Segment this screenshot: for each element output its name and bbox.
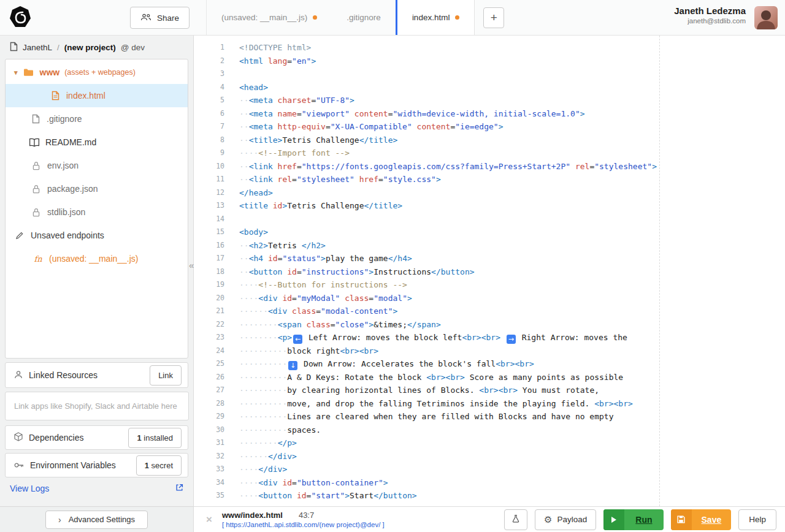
file-path[interactable]: www/index.html xyxy=(222,511,283,520)
lock-icon xyxy=(31,208,42,217)
chevron-down-icon[interactable]: ▾ xyxy=(14,69,18,77)
tree-item-index.html[interactable]: index.html xyxy=(6,84,188,107)
external-link-icon[interactable] xyxy=(175,484,183,493)
view-logs-row: View Logs xyxy=(10,484,183,493)
save-button[interactable]: Save xyxy=(671,509,732,530)
pencil-icon xyxy=(14,231,25,240)
app-logo-icon[interactable] xyxy=(8,5,33,29)
code-text: ······<div class="modal-content"> xyxy=(239,305,397,318)
code-text: ····</div> xyxy=(239,463,287,476)
payload-button[interactable]: ⚙ Payload xyxy=(535,509,596,530)
breadcrumb-user[interactable]: JanethL xyxy=(23,43,52,52)
avatar[interactable] xyxy=(754,6,778,29)
code-line-5[interactable]: 5··<meta charset="UTF-8"> xyxy=(194,94,785,107)
code-line-32[interactable]: 32······</div> xyxy=(194,450,785,463)
view-logs-link[interactable]: View Logs xyxy=(10,484,49,493)
code-line-2[interactable]: 2<html lang="en"> xyxy=(194,55,785,68)
code-text: ··········↓ Down Arrow: Accelerates the … xyxy=(239,357,534,371)
code-line-27[interactable]: 27··········by clearing horizontal lines… xyxy=(194,384,785,397)
code-line-8[interactable]: 8··<title>Tetris Challenge</title> xyxy=(194,134,785,147)
run-button[interactable]: Run xyxy=(603,509,663,530)
tree-item-.gitignore[interactable]: .gitignore xyxy=(6,107,188,131)
code-line-21[interactable]: 21······<div class="modal-content"> xyxy=(194,305,785,318)
share-label: Share xyxy=(157,13,179,23)
tree-item-package.json[interactable]: package.json xyxy=(6,177,188,200)
code-line-35[interactable]: 35····<button id="start">Start</button> xyxy=(194,489,785,503)
code-line-25[interactable]: 25··········↓ Down Arrow: Accelerates th… xyxy=(194,357,785,371)
code-line-16[interactable]: 16··<h2>Tetris </h2> xyxy=(194,239,785,253)
status-bar: × www/index.html 43:7 [ https://JanethL.… xyxy=(194,506,785,532)
dependencies-button[interactable]: 1 installed xyxy=(128,428,182,448)
code-line-9[interactable]: 9····<!--Import font --> xyxy=(194,146,785,160)
code-line-23[interactable]: 23········<p>← Left Arrow: moves the blo… xyxy=(194,331,785,344)
save-icon xyxy=(671,509,692,530)
tab-index.html[interactable]: index.html xyxy=(396,0,475,35)
code-line-34[interactable]: 34····<div id="button-container"> xyxy=(194,476,785,490)
code-line-22[interactable]: 22········<span class="close">&times;</s… xyxy=(194,318,785,332)
tree-item-label: package.json xyxy=(47,184,98,194)
code-line-10[interactable]: 10··<link href="https://fonts.googleapis… xyxy=(194,160,785,173)
code-text: ··<meta http-equiv="X-UA-Compatible" con… xyxy=(239,120,504,134)
payload-label: Payload xyxy=(557,515,588,524)
tree-item-unsaved-__main__.js[interactable]: fn(unsaved: __main__.js) xyxy=(6,247,188,270)
advanced-settings-button[interactable]: › Advanced Settings xyxy=(45,511,148,529)
tree-item-Unsaved-endpoints[interactable]: Unsaved endpoints xyxy=(6,224,188,247)
code-line-20[interactable]: 20····<div id="myModal" class="modal"> xyxy=(194,292,785,305)
code-text: ··<h2>Tetris </h2> xyxy=(239,239,326,253)
endpoint-url[interactable]: [ https://JanethL.api.stdlib.com/(new pr… xyxy=(222,521,385,528)
code-line-1[interactable]: 1<!DOCTYPE html> xyxy=(194,41,785,55)
tree-item-stdlib.json[interactable]: stdlib.json xyxy=(6,200,188,224)
code-line-31[interactable]: 31········</p> xyxy=(194,436,785,450)
breadcrumb-project[interactable]: (new project) xyxy=(64,43,116,52)
code-text: ··········Lines are cleared when they ar… xyxy=(239,410,614,424)
share-button[interactable]: Share xyxy=(130,7,190,29)
environment-variables-button[interactable]: 1 secret xyxy=(136,455,182,476)
code-line-15[interactable]: 15<body> xyxy=(194,226,785,239)
code-editor[interactable]: 1<!DOCTYPE html>2<html lang="en">34<head… xyxy=(194,36,785,506)
code-line-3[interactable]: 3 xyxy=(194,67,785,81)
breadcrumb[interactable]: JanethL / (new project) @ dev xyxy=(0,36,193,59)
tab-.gitignore[interactable]: .gitignore xyxy=(332,0,396,35)
link-button[interactable]: Link xyxy=(150,365,182,386)
code-line-11[interactable]: 11··<link rel="stylesheet" href="style.c… xyxy=(194,173,785,186)
code-text: ····<!--Button for instructions --> xyxy=(239,278,407,292)
file-orange-icon xyxy=(50,91,61,101)
collapse-sidebar-button[interactable]: « xyxy=(189,260,193,270)
code-line-30[interactable]: 30··········spaces. xyxy=(194,424,785,437)
flask-icon xyxy=(511,514,520,525)
env-suffix: secret xyxy=(149,461,173,470)
code-line-14[interactable]: 14 xyxy=(194,213,785,226)
tree-folder-suffix: (assets + webpages) xyxy=(64,68,136,77)
code-text: ····<!--Import font --> xyxy=(239,146,350,160)
code-line-29[interactable]: 29··········Lines are cleared when they … xyxy=(194,410,785,424)
code-line-18[interactable]: 18··<button id="instructions">Instructio… xyxy=(194,265,785,279)
play-icon xyxy=(603,509,624,530)
code-line-13[interactable]: 13<title id>Tetris Challenge</title> xyxy=(194,199,785,213)
new-tab-button[interactable]: + xyxy=(483,7,504,28)
linked-resources-input[interactable] xyxy=(5,392,189,420)
code-line-6[interactable]: 6··<meta name="viewport" content="width=… xyxy=(194,107,785,121)
code-line-33[interactable]: 33····</div> xyxy=(194,463,785,476)
breadcrumb-env[interactable]: @ dev xyxy=(121,43,145,52)
close-icon[interactable]: × xyxy=(206,514,212,526)
line-number: 14 xyxy=(194,213,224,226)
code-lines: 1<!DOCTYPE html>2<html lang="en">34<head… xyxy=(194,36,785,503)
code-line-17[interactable]: 17··<h4 id="status">play the game</h4> xyxy=(194,252,785,265)
tree-item-README.md[interactable]: README.md xyxy=(6,131,188,154)
line-number: 11 xyxy=(194,173,224,186)
line-number: 31 xyxy=(194,436,224,450)
advanced-settings-bar: › Advanced Settings xyxy=(0,506,193,532)
tree-folder-www[interactable]: ▾www(assets + webpages) xyxy=(6,61,188,84)
help-button[interactable]: Help xyxy=(738,509,776,530)
test-button[interactable] xyxy=(504,509,527,530)
code-line-19[interactable]: 19····<!--Button for instructions --> xyxy=(194,278,785,292)
code-line-4[interactable]: 4<head> xyxy=(194,81,785,94)
code-line-26[interactable]: 26··········A & D Keys: Rotate the block… xyxy=(194,371,785,384)
code-line-12[interactable]: 12</head> xyxy=(194,186,785,200)
code-line-28[interactable]: 28··········move, and drop the falling T… xyxy=(194,397,785,411)
tab-unsaved-main-.js[interactable]: (unsaved: __main__.js) xyxy=(207,0,332,35)
code-line-7[interactable]: 7··<meta http-equiv="X-UA-Compatible" co… xyxy=(194,120,785,134)
tree-item-env.json[interactable]: env.json xyxy=(6,154,188,177)
code-text: ····<div id="myModal" class="modal"> xyxy=(239,292,412,305)
code-line-24[interactable]: 24··········block right<br><br> xyxy=(194,344,785,358)
